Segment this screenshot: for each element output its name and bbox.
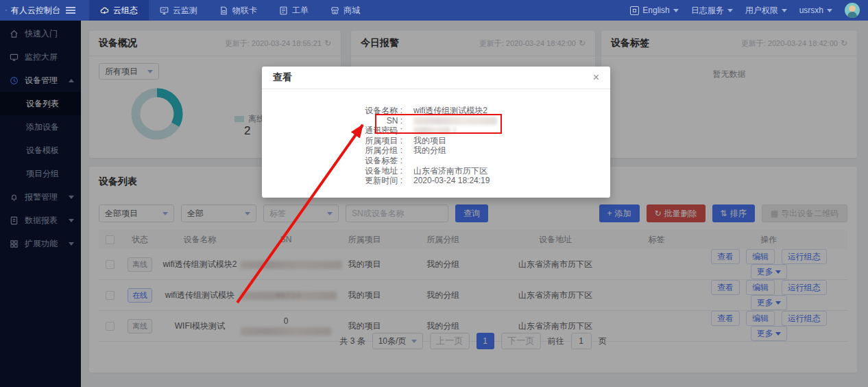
tab-label: 云组态 bbox=[113, 5, 138, 16]
tab-mall[interactable]: 商城 bbox=[320, 0, 371, 21]
field-label: 所属项目 : bbox=[262, 136, 402, 146]
brand-title: 有人云控制台 bbox=[11, 5, 60, 16]
chevron-down-icon bbox=[782, 9, 787, 12]
tab-label: 云监测 bbox=[173, 5, 197, 16]
topbar: 有人云控制台 云组态 云监测 物联卡 工单 商城 English bbox=[0, 0, 868, 21]
tab-iot-card[interactable]: 物联卡 bbox=[208, 0, 268, 21]
language-icon bbox=[630, 6, 639, 15]
topbar-right: English 日志服务 用户权限 usrsxh bbox=[630, 3, 868, 18]
device-name-value: wifi透传组测试模块2 bbox=[413, 106, 487, 116]
sim-card-icon bbox=[219, 6, 228, 15]
redacted-password-value bbox=[413, 127, 450, 135]
work-order-icon bbox=[279, 6, 288, 15]
tab-label: 商城 bbox=[343, 5, 360, 16]
close-icon[interactable]: × bbox=[593, 72, 599, 83]
store-icon bbox=[330, 6, 339, 15]
chevron-down-icon bbox=[673, 9, 679, 12]
user-menu[interactable]: usrsxh bbox=[799, 5, 832, 15]
redacted-sn-value bbox=[413, 117, 497, 125]
tab-work-order[interactable]: 工单 bbox=[268, 0, 320, 21]
password-visible-tail: 2 bbox=[453, 127, 459, 135]
menu-collapse-icon[interactable] bbox=[66, 7, 75, 14]
address-value: 山东省济南市历下区 bbox=[413, 166, 487, 176]
modal-title: 查看 bbox=[273, 71, 292, 84]
tab-cloud-scada[interactable]: 云组态 bbox=[89, 0, 149, 21]
tab-cloud-monitor[interactable]: 云监测 bbox=[149, 0, 208, 21]
field-label: 设备标签 : bbox=[262, 156, 402, 166]
logo-icon bbox=[5, 5, 7, 16]
field-label: 设备地址 : bbox=[262, 166, 402, 176]
cloud-icon bbox=[100, 6, 109, 15]
log-service-label: 日志服务 bbox=[691, 5, 724, 16]
chevron-down-icon bbox=[827, 9, 832, 12]
tab-label: 工单 bbox=[292, 5, 309, 16]
project-value: 我的项目 bbox=[413, 136, 446, 146]
top-nav-tabs: 云组态 云监测 物联卡 工单 商城 bbox=[89, 0, 371, 21]
view-device-modal: 查看 × 设备名称 :wifi透传组测试模块2 SN : 通讯密码 : 2 所属… bbox=[262, 67, 610, 198]
tab-label: 物联卡 bbox=[232, 5, 257, 16]
field-label: 通讯密码 : bbox=[262, 126, 402, 136]
field-label: 所属分组 : bbox=[262, 145, 402, 156]
language-switcher[interactable]: English bbox=[630, 5, 678, 15]
field-label: 更新时间 : bbox=[262, 176, 402, 186]
language-label: English bbox=[642, 5, 669, 15]
field-label: 设备名称 : bbox=[262, 106, 402, 116]
username-label: usrsxh bbox=[799, 5, 823, 15]
monitor-icon bbox=[160, 6, 169, 15]
brand: 有人云控制台 bbox=[0, 5, 81, 16]
log-service-menu[interactable]: 日志服务 bbox=[691, 5, 733, 16]
chevron-down-icon bbox=[727, 9, 733, 12]
group-value: 我的分组 bbox=[413, 145, 446, 156]
field-label: SN : bbox=[262, 116, 402, 126]
user-permission-menu[interactable]: 用户权限 bbox=[745, 5, 787, 16]
update-time-value: 2020-03-24 18:24:19 bbox=[413, 176, 490, 186]
avatar[interactable] bbox=[845, 3, 860, 18]
user-permission-label: 用户权限 bbox=[745, 5, 778, 16]
